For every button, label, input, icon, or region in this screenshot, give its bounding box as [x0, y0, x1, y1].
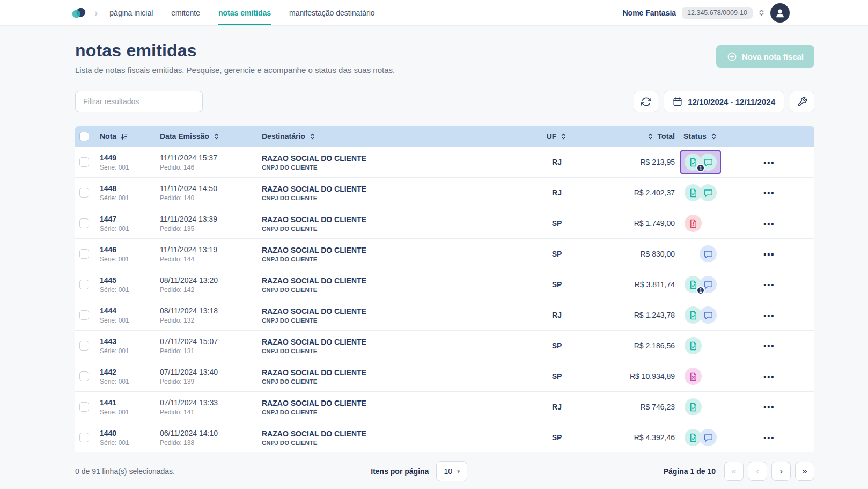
chat-icon[interactable] [700, 245, 717, 262]
row-actions-button[interactable]: ⋯ [763, 157, 774, 168]
row-destinatario[interactable]: RAZAO SOCIAL DO CLIENTE [262, 429, 366, 438]
row-pedido: Pedido: 131 [160, 347, 218, 355]
row-actions-button[interactable]: ⋯ [763, 279, 774, 290]
chat-icon[interactable]: 1 [700, 154, 717, 171]
row-actions-button[interactable]: ⋯ [763, 340, 774, 352]
row-checkbox[interactable] [79, 280, 89, 289]
nav-item-manifestacao-destinatario[interactable]: manifestação destinatário [289, 0, 375, 25]
select-all-checkbox[interactable] [79, 132, 89, 141]
user-avatar[interactable] [770, 3, 790, 23]
row-pedido: Pedido: 140 [160, 194, 217, 202]
prev-page-icon: ‹ [756, 466, 759, 477]
column-header-status[interactable]: Status [683, 132, 707, 141]
row-total: R$ 830,00 [640, 250, 675, 258]
chat-icon[interactable]: 1 [700, 276, 717, 293]
row-checkbox[interactable] [79, 402, 89, 412]
refresh-button[interactable] [634, 91, 658, 112]
table-row: 1445 Série: 001 08/11/2024 13:20 Pedido:… [75, 269, 814, 300]
row-checkbox[interactable] [79, 188, 89, 198]
row-actions-button[interactable]: ⋯ [763, 402, 774, 413]
main-nav: página inicialemitentenotas emitidasmani… [109, 0, 374, 25]
document-check-icon[interactable] [685, 337, 702, 354]
company-switcher-icon[interactable] [759, 9, 764, 17]
row-checkbox[interactable] [79, 433, 89, 442]
row-cnpj: CNPJ DO CLIENTE [262, 378, 366, 385]
company-cnpj-badge[interactable]: 12.345.678/0009-10 [682, 7, 753, 19]
column-header-total[interactable]: Total [658, 132, 675, 141]
plus-circle-icon [727, 52, 737, 62]
filter-input[interactable] [75, 91, 203, 112]
nav-item-pagina-inicial[interactable]: página inicial [109, 0, 153, 25]
last-page-button[interactable]: » [795, 462, 814, 481]
row-nota: 1441 [100, 398, 129, 407]
topbar-right: Nome Fantasia 12.345.678/0009-10 [622, 3, 790, 23]
row-destinatario[interactable]: RAZAO SOCIAL DO CLIENTE [262, 399, 366, 407]
row-destinatario[interactable]: RAZAO SOCIAL DO CLIENTE [262, 276, 366, 285]
first-page-button[interactable]: « [724, 462, 744, 481]
column-header-nota[interactable]: Nota [100, 132, 116, 141]
row-checkbox[interactable] [79, 249, 89, 259]
row-checkbox[interactable] [79, 218, 89, 228]
page-title: notas emitidas [75, 41, 395, 61]
app-logo-icon[interactable] [71, 6, 87, 19]
row-status-group: 1 [680, 150, 721, 174]
next-page-button[interactable]: › [771, 462, 791, 481]
row-actions-button[interactable]: ⋯ [763, 187, 774, 199]
row-destinatario[interactable]: RAZAO SOCIAL DO CLIENTE [262, 338, 366, 346]
status-chat-slot [700, 184, 717, 201]
nav-item-notas-emitidas[interactable]: notas emitidas [218, 0, 271, 25]
row-actions-button[interactable]: ⋯ [763, 249, 774, 260]
table-row: 1442 Série: 001 07/11/2024 13:40 Pedido:… [75, 361, 814, 391]
document-x-icon[interactable] [685, 368, 702, 385]
sort-icon[interactable] [213, 133, 220, 140]
document-alert-icon[interactable] [685, 215, 702, 232]
sort-icon[interactable] [309, 133, 316, 140]
row-destinatario[interactable]: RAZAO SOCIAL DO CLIENTE [262, 368, 366, 377]
new-invoice-button[interactable]: Nova nota fiscal [716, 45, 814, 68]
table-row: 1443 Série: 001 07/11/2024 15:07 Pedido:… [75, 330, 814, 361]
items-per-page-select[interactable]: 10 ▾ [436, 461, 467, 481]
row-nota: 1440 [100, 429, 129, 437]
row-actions-button[interactable]: ⋯ [763, 371, 774, 382]
row-checkbox[interactable] [79, 310, 89, 320]
row-checkbox[interactable] [79, 341, 89, 351]
row-actions-button[interactable]: ⋯ [763, 432, 774, 443]
chat-icon[interactable] [700, 429, 717, 446]
column-header-uf[interactable]: UF [547, 132, 557, 141]
page-info: Página 1 de 10 [664, 467, 716, 476]
document-check-icon[interactable] [685, 398, 702, 415]
row-actions-button[interactable]: ⋯ [763, 218, 774, 229]
sort-icon[interactable] [560, 133, 567, 140]
sort-icon[interactable] [710, 133, 717, 140]
chat-icon[interactable] [700, 184, 717, 201]
date-range-button[interactable]: 12/10/2024 - 12/11/2024 [664, 91, 784, 112]
column-header-data-emissao[interactable]: Data Emissão [160, 132, 209, 141]
row-destinatario[interactable]: RAZAO SOCIAL DO CLIENTE [262, 307, 366, 316]
row-actions-button[interactable]: ⋯ [763, 310, 774, 321]
row-checkbox[interactable] [79, 157, 89, 167]
row-destinatario[interactable]: RAZAO SOCIAL DO CLIENTE [262, 246, 366, 254]
row-pedido: Pedido: 138 [160, 439, 218, 447]
chat-icon[interactable] [700, 306, 717, 324]
row-checkbox[interactable] [79, 371, 89, 381]
prev-page-button[interactable]: ‹ [748, 462, 767, 481]
row-destinatario[interactable]: RAZAO SOCIAL DO CLIENTE [262, 215, 366, 224]
row-cnpj: CNPJ DO CLIENTE [262, 317, 366, 324]
table-row: 1444 Série: 001 08/11/2024 13:18 Pedido:… [75, 300, 814, 330]
status-chat-slot: 1 [700, 154, 717, 171]
status-count-badge: 1 [696, 286, 705, 295]
table-row: 1440 Série: 001 06/11/2024 14:10 Pedido:… [75, 422, 814, 452]
nav-item-emitente[interactable]: emitente [171, 0, 200, 25]
sort-desc-icon[interactable] [120, 133, 128, 141]
column-header-destinatario[interactable]: Destinatário [262, 132, 305, 141]
settings-button[interactable] [790, 91, 814, 112]
row-destinatario[interactable]: RAZAO SOCIAL DO CLIENTE [262, 154, 366, 163]
row-cnpj: CNPJ DO CLIENTE [262, 348, 366, 354]
company-name[interactable]: Nome Fantasia [622, 9, 676, 17]
first-page-icon: « [731, 466, 736, 477]
row-destinatario[interactable]: RAZAO SOCIAL DO CLIENTE [262, 185, 366, 193]
pagination: Página 1 de 10 « ‹ › » [664, 462, 814, 481]
row-status-group [680, 181, 721, 205]
sort-icon[interactable] [647, 133, 654, 140]
row-status-group [680, 242, 721, 266]
